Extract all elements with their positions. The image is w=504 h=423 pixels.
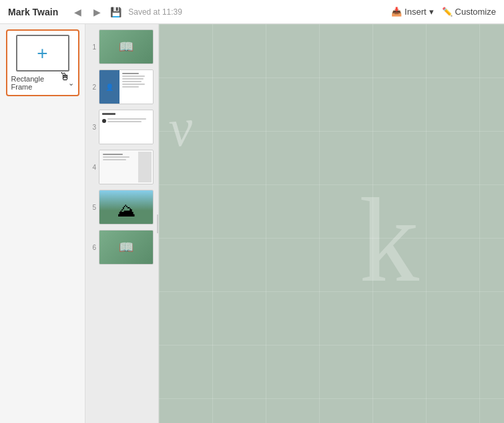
insert-label: Insert [405, 7, 427, 17]
slide-item[interactable]: 5 ⛰ [89, 190, 154, 225]
slide-number: 5 [89, 204, 96, 211]
document-title: Mark Twain [8, 7, 58, 17]
slide-number: 1 [89, 43, 96, 51]
slide-thumbnail[interactable]: 📖 [99, 230, 154, 265]
slide-thumbnail[interactable]: 📖 [99, 29, 154, 64]
slide3-content [99, 110, 153, 144]
canvas-letter-v: v [166, 97, 195, 160]
saved-status: Saved at 11:39 [128, 7, 385, 17]
insert-icon: 📥 [391, 7, 402, 17]
header-actions: 📥 Insert ▾ ✏️ Customize [391, 7, 496, 17]
canvas-area[interactable]: v k [159, 24, 504, 423]
app-header: Mark Twain ◀ ▶ 💾 Saved at 11:39 📥 Insert… [0, 0, 504, 24]
slide-number: 3 [89, 124, 96, 131]
slide-panel: 1 📖 2 👤 [85, 24, 159, 423]
slide-thumbnail[interactable] [99, 150, 154, 184]
back-button[interactable]: ◀ [71, 5, 84, 19]
slide-item[interactable]: 2 👤 [89, 69, 154, 104]
slide1-icon: 📖 [119, 39, 134, 54]
cursor-icon: 🖱 [59, 71, 70, 83]
slide2-sidebar: 👤 [99, 70, 119, 104]
frame-picker-panel: + 🖱 Rectangle Frame ⌄ [0, 24, 85, 423]
customize-icon: ✏️ [442, 7, 453, 17]
slide5-mountain-icon: ⛰ [117, 199, 136, 221]
save-icon: 💾 [110, 7, 121, 17]
slide-number: 6 [89, 244, 96, 251]
slide-item[interactable]: 4 [89, 150, 154, 184]
slide-number: 4 [89, 164, 96, 171]
insert-dropdown-icon: ▾ [429, 7, 434, 17]
main-content: + 🖱 Rectangle Frame ⌄ 1 📖 2 [0, 24, 504, 423]
rectangle-frame-item[interactable]: + 🖱 Rectangle Frame ⌄ [6, 29, 79, 96]
slide-thumbnail[interactable]: ⛰ [99, 190, 154, 225]
forward-button[interactable]: ▶ [91, 5, 103, 19]
customize-button[interactable]: ✏️ Customize [442, 7, 496, 17]
frame-preview: + [16, 35, 69, 72]
slide-number: 2 [89, 84, 96, 91]
slide-item[interactable]: 1 📖 [89, 29, 154, 64]
slide2-content [119, 70, 153, 104]
plus-icon: + [37, 44, 47, 63]
slide-thumbnail[interactable] [99, 110, 154, 144]
slide-item[interactable]: 3 [89, 110, 154, 144]
canvas-grid [159, 24, 504, 423]
slide4-content [99, 150, 153, 184]
slide6-icon: 📖 [119, 240, 134, 255]
canvas-letter-k: k [359, 171, 419, 309]
insert-button[interactable]: 📥 Insert ▾ [391, 7, 434, 17]
slide-thumbnail[interactable]: 👤 [99, 69, 154, 104]
slide-item[interactable]: 6 📖 [89, 230, 154, 265]
customize-label: Customize [455, 7, 496, 17]
